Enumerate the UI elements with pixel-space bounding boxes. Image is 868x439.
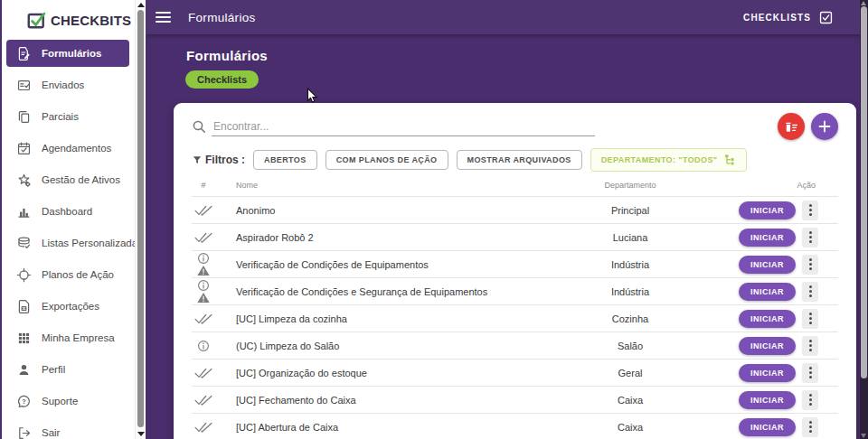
row-actions: INICIAR bbox=[684, 282, 838, 302]
double-check-icon bbox=[194, 313, 212, 324]
sidebar-item-label: Enviados bbox=[42, 79, 84, 90]
info-icon bbox=[197, 279, 210, 292]
row-name: Aspirador Robô 2 bbox=[215, 232, 576, 243]
sidebar-item-suporte[interactable]: ? Suporte bbox=[6, 388, 129, 415]
row-status-icons bbox=[192, 204, 215, 216]
sidebar-item-exportacoes[interactable]: Exportações bbox=[6, 293, 129, 320]
sidebar: CHECKBITS Formulários Enviados Parciais … bbox=[2, 0, 146, 439]
warning-icon bbox=[197, 265, 210, 276]
row-menu-button[interactable] bbox=[802, 336, 818, 356]
row-menu-button[interactable] bbox=[802, 309, 818, 329]
row-actions: INICIAR bbox=[684, 228, 838, 248]
double-check-icon bbox=[194, 394, 212, 406]
iniciar-button[interactable]: INICIAR bbox=[739, 418, 796, 436]
iniciar-button[interactable]: INICIAR bbox=[739, 391, 796, 409]
row-status-icons bbox=[192, 367, 215, 378]
row-menu-button[interactable] bbox=[802, 363, 818, 383]
warning-icon bbox=[197, 292, 210, 304]
sidebar-item-agendamentos[interactable]: Agendamentos bbox=[6, 135, 129, 162]
scroll-up-icon[interactable] bbox=[137, 3, 145, 7]
row-menu-button[interactable] bbox=[802, 228, 818, 248]
iniciar-button[interactable]: INICIAR bbox=[739, 310, 796, 328]
page-title: Formulários bbox=[186, 48, 268, 63]
table-row: Verificação de Condições e Segurança de … bbox=[192, 277, 838, 304]
row-menu-button[interactable] bbox=[802, 201, 818, 220]
target-icon bbox=[16, 267, 32, 283]
filter-mostrar-arquivados-button[interactable]: MOSTRAR ARQUIVADOS bbox=[457, 150, 582, 170]
filter-abertos-button[interactable]: ABERTOS bbox=[253, 150, 317, 170]
column-department: Departamento bbox=[576, 181, 684, 190]
column-index: # bbox=[192, 181, 215, 190]
page-scrollbar-thumb[interactable] bbox=[861, 6, 867, 378]
fact-check-icon bbox=[16, 78, 32, 93]
sidebar-scrollbar-thumb[interactable] bbox=[137, 10, 144, 427]
row-status-icons bbox=[192, 340, 215, 352]
hamburger-menu-icon[interactable] bbox=[156, 12, 171, 23]
checklists-switcher-button[interactable]: CHECKLISTS bbox=[743, 10, 834, 25]
checklists-label: CHECKLISTS bbox=[743, 13, 811, 23]
table-body: Anonimo Principal INICIAR Aspirador Robô… bbox=[192, 196, 838, 439]
sidebar-item-planos-de-acao[interactable]: Planos de Ação bbox=[6, 261, 129, 288]
copy-icon bbox=[16, 109, 32, 125]
plus-icon bbox=[817, 119, 832, 134]
svg-text:?: ? bbox=[22, 397, 25, 405]
checklists-chip[interactable]: Checklists bbox=[185, 70, 259, 89]
row-actions: INICIAR bbox=[684, 417, 838, 437]
table-row: (UC) Limpeza do Salão Salão INICIAR bbox=[192, 332, 838, 359]
page-scroll-down-icon[interactable] bbox=[861, 434, 866, 438]
logo-checkbox-icon bbox=[26, 10, 46, 30]
topbar-title: Formulários bbox=[188, 11, 256, 24]
forms-table: # Nome Departamento Ação Anonimo Princip… bbox=[192, 174, 838, 439]
row-department: Caixa bbox=[576, 395, 684, 406]
iniciar-button[interactable]: INICIAR bbox=[739, 337, 796, 355]
iniciar-button[interactable]: INICIAR bbox=[739, 256, 796, 274]
row-menu-button[interactable] bbox=[802, 417, 818, 437]
row-status-icons bbox=[192, 421, 215, 433]
sidebar-item-formularios[interactable]: Formulários bbox=[6, 40, 129, 67]
double-check-icon bbox=[194, 421, 212, 433]
row-status-icons bbox=[192, 394, 215, 406]
row-menu-button[interactable] bbox=[802, 390, 818, 410]
filter-funnel-icon bbox=[192, 154, 203, 165]
page-scroll-up-icon[interactable] bbox=[861, 1, 866, 5]
sidebar-item-parciais[interactable]: Parciais bbox=[6, 103, 129, 130]
page-scrollbar[interactable] bbox=[860, 0, 868, 439]
iniciar-button[interactable]: INICIAR bbox=[739, 283, 796, 301]
search-input[interactable] bbox=[212, 117, 595, 136]
sidebar-item-sair[interactable]: Sair bbox=[6, 419, 129, 439]
table-row: Aspirador Robô 2 Luciana INICIAR bbox=[192, 223, 838, 250]
sidebar-item-perfil[interactable]: Perfil bbox=[6, 356, 129, 383]
add-button[interactable] bbox=[811, 113, 838, 140]
delete-sweep-icon bbox=[783, 120, 799, 134]
calendar-check-icon bbox=[16, 141, 32, 156]
sidebar-item-label: Perfil bbox=[42, 364, 65, 375]
sidebar-item-dashboard[interactable]: Dashboard bbox=[6, 198, 129, 225]
row-menu-button[interactable] bbox=[802, 255, 818, 275]
sidebar-item-minha-empresa[interactable]: Minha Empresa bbox=[6, 324, 129, 351]
sidebar-scrollbar[interactable] bbox=[135, 0, 146, 439]
iniciar-button[interactable]: INICIAR bbox=[739, 229, 796, 247]
column-action: Ação bbox=[684, 181, 838, 190]
sidebar-item-listas-personalizadas[interactable]: Listas Personalizadas bbox=[6, 229, 129, 257]
row-menu-button[interactable] bbox=[802, 282, 818, 302]
row-status-icons bbox=[192, 231, 215, 243]
iniciar-button[interactable]: INICIAR bbox=[739, 364, 796, 382]
brand-logo: CHECKBITS bbox=[2, 0, 146, 35]
row-department: Principal bbox=[576, 205, 684, 216]
row-department: Indústria bbox=[576, 286, 684, 297]
filter-planos-acao-button[interactable]: COM PLANOS DE AÇÃO bbox=[326, 150, 448, 170]
sidebar-item-label: Agendamentos bbox=[42, 143, 111, 154]
iniciar-button[interactable]: INICIAR bbox=[739, 201, 796, 220]
sidebar-item-label: Planos de Ação bbox=[42, 269, 114, 280]
filter-departamento-button[interactable]: DEPARTAMENTO: "TODOS" bbox=[590, 148, 747, 172]
row-status-icons bbox=[192, 252, 215, 276]
row-actions: INICIAR bbox=[684, 363, 838, 383]
scroll-down-icon[interactable] bbox=[137, 432, 145, 436]
grid-icon bbox=[16, 331, 32, 346]
row-status-icons bbox=[192, 313, 215, 324]
sidebar-item-label: Gestão de Ativos bbox=[42, 174, 120, 185]
clear-list-button[interactable] bbox=[778, 113, 805, 140]
sidebar-item-gestao-de-ativos[interactable]: Gestão de Ativos bbox=[6, 166, 129, 193]
sidebar-item-enviados[interactable]: Enviados bbox=[6, 71, 129, 98]
row-name: (UC) Limpeza do Salão bbox=[215, 341, 576, 351]
